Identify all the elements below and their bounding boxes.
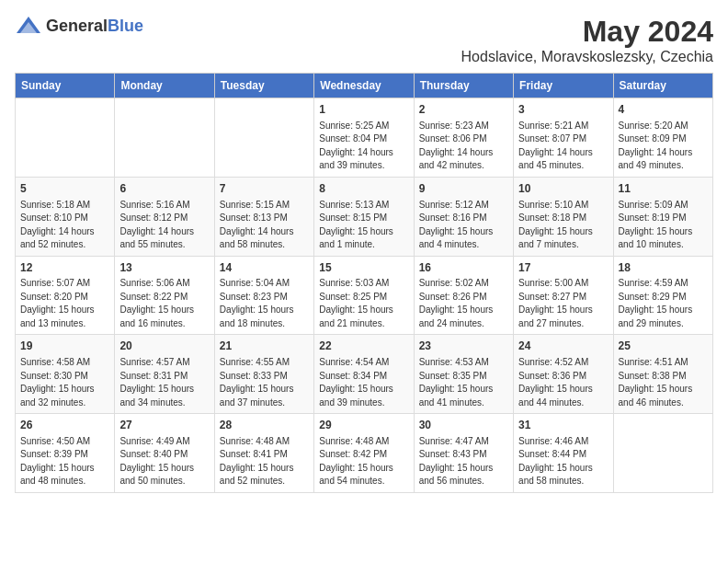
day-number: 26	[20, 418, 109, 433]
day-info: Sunrise: 5:16 AM Sunset: 8:12 PM Dayligh…	[119, 199, 209, 252]
day-info: Sunrise: 5:25 AM Sunset: 8:04 PM Dayligh…	[319, 120, 408, 173]
col-friday: Friday	[514, 74, 613, 98]
calendar-cell: 21Sunrise: 4:55 AM Sunset: 8:33 PM Dayli…	[214, 335, 313, 414]
calendar-cell: 23Sunrise: 4:53 AM Sunset: 8:35 PM Dayli…	[414, 335, 513, 414]
calendar-cell	[613, 414, 712, 493]
day-info: Sunrise: 5:10 AM Sunset: 8:18 PM Dayligh…	[518, 199, 608, 252]
calendar-cell: 14Sunrise: 5:04 AM Sunset: 8:23 PM Dayli…	[214, 256, 313, 335]
day-number: 18	[619, 260, 708, 276]
title-block: May 2024 Hodslavice, Moravskoslezsky, Cz…	[461, 15, 713, 65]
calendar-cell: 30Sunrise: 4:47 AM Sunset: 8:43 PM Dayli…	[414, 414, 513, 493]
col-wednesday: Wednesday	[314, 74, 414, 98]
calendar-cell: 2Sunrise: 5:23 AM Sunset: 8:06 PM Daylig…	[414, 98, 513, 178]
calendar-cell: 4Sunrise: 5:20 AM Sunset: 8:09 PM Daylig…	[613, 98, 712, 178]
day-number: 27	[119, 418, 209, 433]
week-row-2: 5Sunrise: 5:18 AM Sunset: 8:10 PM Daylig…	[16, 177, 713, 256]
week-row-1: 1Sunrise: 5:25 AM Sunset: 8:04 PM Daylig…	[16, 98, 713, 178]
day-number: 20	[119, 339, 209, 354]
day-info: Sunrise: 4:54 AM Sunset: 8:34 PM Dayligh…	[319, 356, 408, 409]
day-number: 17	[518, 260, 608, 276]
day-info: Sunrise: 4:55 AM Sunset: 8:33 PM Dayligh…	[220, 356, 309, 409]
day-number: 14	[220, 260, 309, 276]
day-info: Sunrise: 5:07 AM Sunset: 8:20 PM Dayligh…	[20, 277, 109, 330]
calendar-cell: 12Sunrise: 5:07 AM Sunset: 8:20 PM Dayli…	[16, 256, 115, 335]
day-number: 24	[518, 339, 608, 354]
day-info: Sunrise: 5:03 AM Sunset: 8:25 PM Dayligh…	[319, 277, 408, 330]
day-number: 10	[518, 181, 608, 197]
header-row: Sunday Monday Tuesday Wednesday Thursday…	[16, 74, 713, 98]
calendar-cell: 25Sunrise: 4:51 AM Sunset: 8:38 PM Dayli…	[613, 335, 712, 414]
calendar-cell: 15Sunrise: 5:03 AM Sunset: 8:25 PM Dayli…	[314, 256, 414, 335]
day-info: Sunrise: 5:20 AM Sunset: 8:09 PM Dayligh…	[619, 120, 708, 173]
day-number: 28	[220, 418, 309, 433]
day-info: Sunrise: 5:12 AM Sunset: 8:16 PM Dayligh…	[419, 199, 508, 252]
calendar-cell: 7Sunrise: 5:15 AM Sunset: 8:13 PM Daylig…	[214, 177, 313, 256]
day-number: 6	[119, 181, 209, 197]
logo: GeneralBlue	[15, 15, 143, 37]
day-info: Sunrise: 5:00 AM Sunset: 8:27 PM Dayligh…	[518, 277, 608, 330]
calendar-cell: 29Sunrise: 4:48 AM Sunset: 8:42 PM Dayli…	[314, 414, 414, 493]
day-info: Sunrise: 4:49 AM Sunset: 8:40 PM Dayligh…	[119, 435, 209, 488]
day-number: 13	[119, 260, 209, 276]
calendar-cell: 13Sunrise: 5:06 AM Sunset: 8:22 PM Dayli…	[115, 256, 214, 335]
day-info: Sunrise: 4:59 AM Sunset: 8:29 PM Dayligh…	[619, 277, 708, 330]
day-info: Sunrise: 4:50 AM Sunset: 8:39 PM Dayligh…	[20, 435, 109, 488]
day-info: Sunrise: 5:23 AM Sunset: 8:06 PM Dayligh…	[419, 120, 508, 173]
calendar-cell: 27Sunrise: 4:49 AM Sunset: 8:40 PM Dayli…	[115, 414, 214, 493]
calendar-cell: 10Sunrise: 5:10 AM Sunset: 8:18 PM Dayli…	[514, 177, 613, 256]
col-saturday: Saturday	[613, 74, 712, 98]
calendar-cell: 26Sunrise: 4:50 AM Sunset: 8:39 PM Dayli…	[16, 414, 115, 493]
calendar-cell: 24Sunrise: 4:52 AM Sunset: 8:36 PM Dayli…	[514, 335, 613, 414]
day-info: Sunrise: 4:53 AM Sunset: 8:35 PM Dayligh…	[419, 356, 508, 409]
day-number: 23	[419, 339, 508, 354]
col-thursday: Thursday	[414, 74, 513, 98]
calendar-cell	[214, 98, 313, 178]
logo-text: GeneralBlue	[46, 17, 143, 36]
week-row-4: 19Sunrise: 4:58 AM Sunset: 8:30 PM Dayli…	[16, 335, 713, 414]
day-info: Sunrise: 5:09 AM Sunset: 8:19 PM Dayligh…	[619, 199, 708, 252]
day-info: Sunrise: 4:58 AM Sunset: 8:30 PM Dayligh…	[20, 356, 109, 409]
calendar-cell: 20Sunrise: 4:57 AM Sunset: 8:31 PM Dayli…	[115, 335, 214, 414]
calendar-cell: 8Sunrise: 5:13 AM Sunset: 8:15 PM Daylig…	[314, 177, 414, 256]
calendar-cell	[115, 98, 214, 178]
day-info: Sunrise: 5:15 AM Sunset: 8:13 PM Dayligh…	[220, 199, 309, 252]
day-number: 2	[419, 102, 508, 118]
calendar-cell: 9Sunrise: 5:12 AM Sunset: 8:16 PM Daylig…	[414, 177, 513, 256]
calendar-cell: 22Sunrise: 4:54 AM Sunset: 8:34 PM Dayli…	[314, 335, 414, 414]
subtitle: Hodslavice, Moravskoslezsky, Czechia	[461, 49, 713, 65]
day-number: 1	[319, 102, 408, 118]
day-info: Sunrise: 4:48 AM Sunset: 8:42 PM Dayligh…	[319, 435, 408, 488]
col-monday: Monday	[115, 74, 214, 98]
day-number: 22	[319, 339, 408, 354]
calendar-cell: 28Sunrise: 4:48 AM Sunset: 8:41 PM Dayli…	[214, 414, 313, 493]
day-info: Sunrise: 4:52 AM Sunset: 8:36 PM Dayligh…	[518, 356, 608, 409]
day-info: Sunrise: 5:13 AM Sunset: 8:15 PM Dayligh…	[319, 199, 408, 252]
day-number: 25	[619, 339, 708, 354]
week-row-5: 26Sunrise: 4:50 AM Sunset: 8:39 PM Dayli…	[16, 414, 713, 493]
day-number: 3	[518, 102, 608, 118]
day-number: 12	[20, 260, 109, 276]
day-number: 15	[319, 260, 408, 276]
calendar-cell: 5Sunrise: 5:18 AM Sunset: 8:10 PM Daylig…	[16, 177, 115, 256]
day-info: Sunrise: 5:06 AM Sunset: 8:22 PM Dayligh…	[119, 277, 209, 330]
day-info: Sunrise: 5:02 AM Sunset: 8:26 PM Dayligh…	[419, 277, 508, 330]
day-number: 11	[619, 181, 708, 197]
day-info: Sunrise: 4:57 AM Sunset: 8:31 PM Dayligh…	[119, 356, 209, 409]
day-number: 29	[319, 418, 408, 433]
day-number: 16	[419, 260, 508, 276]
calendar-table: Sunday Monday Tuesday Wednesday Thursday…	[15, 73, 713, 493]
calendar-cell: 3Sunrise: 5:21 AM Sunset: 8:07 PM Daylig…	[514, 98, 613, 178]
day-info: Sunrise: 4:48 AM Sunset: 8:41 PM Dayligh…	[220, 435, 309, 488]
calendar-cell: 1Sunrise: 5:25 AM Sunset: 8:04 PM Daylig…	[314, 98, 414, 178]
calendar-body: 1Sunrise: 5:25 AM Sunset: 8:04 PM Daylig…	[16, 98, 713, 493]
day-number: 9	[419, 181, 508, 197]
calendar-cell	[16, 98, 115, 178]
calendar-header: Sunday Monday Tuesday Wednesday Thursday…	[16, 74, 713, 98]
calendar-cell: 19Sunrise: 4:58 AM Sunset: 8:30 PM Dayli…	[16, 335, 115, 414]
day-number: 31	[518, 418, 608, 433]
week-row-3: 12Sunrise: 5:07 AM Sunset: 8:20 PM Dayli…	[16, 256, 713, 335]
calendar-cell: 18Sunrise: 4:59 AM Sunset: 8:29 PM Dayli…	[613, 256, 712, 335]
day-number: 19	[20, 339, 109, 354]
day-info: Sunrise: 4:46 AM Sunset: 8:44 PM Dayligh…	[518, 435, 608, 488]
day-number: 30	[419, 418, 508, 433]
